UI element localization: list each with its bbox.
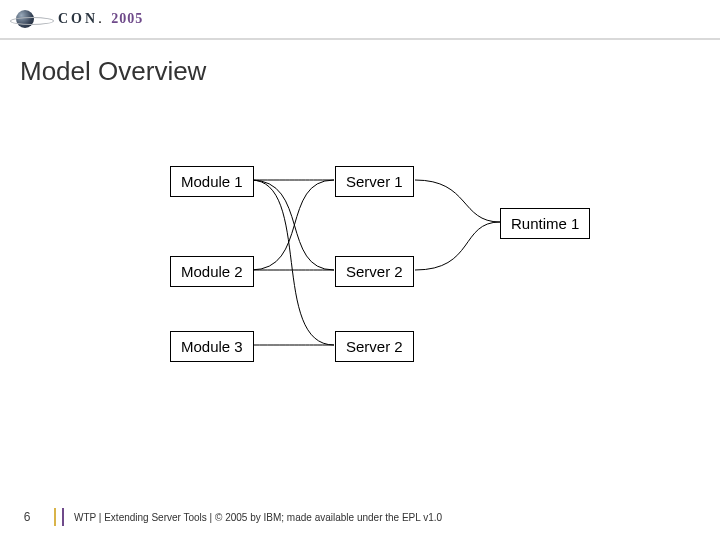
footer-text: WTP | Extending Server Tools | © 2005 by… xyxy=(74,512,442,523)
footer-accent-purple xyxy=(62,508,64,526)
footer-accent-gold xyxy=(54,508,56,526)
logo-text: CON. 2005 xyxy=(58,11,143,27)
logo-year: 2005 xyxy=(111,11,143,26)
box-module-3: Module 3 xyxy=(170,331,254,362)
model-diagram: Module 1 Module 2 Module 3 Server 1 Serv… xyxy=(0,160,720,420)
eclipsecon-logo: CON. 2005 xyxy=(10,8,143,30)
box-server-2a: Server 2 xyxy=(335,256,414,287)
connectors xyxy=(0,160,720,420)
slide: CON. 2005 Model Overview Module 1 Module… xyxy=(0,0,720,540)
header-rule xyxy=(0,38,720,40)
box-module-1: Module 1 xyxy=(170,166,254,197)
footer: 6 WTP | Extending Server Tools | © 2005 … xyxy=(0,508,720,526)
page-number: 6 xyxy=(0,510,54,524)
box-server-2b: Server 2 xyxy=(335,331,414,362)
slide-title: Model Overview xyxy=(20,56,206,87)
box-runtime-1: Runtime 1 xyxy=(500,208,590,239)
eclipse-orb-icon xyxy=(10,8,52,30)
logo-con: CON xyxy=(58,11,98,26)
box-server-1: Server 1 xyxy=(335,166,414,197)
box-module-2: Module 2 xyxy=(170,256,254,287)
logo-dot: . xyxy=(98,11,111,26)
